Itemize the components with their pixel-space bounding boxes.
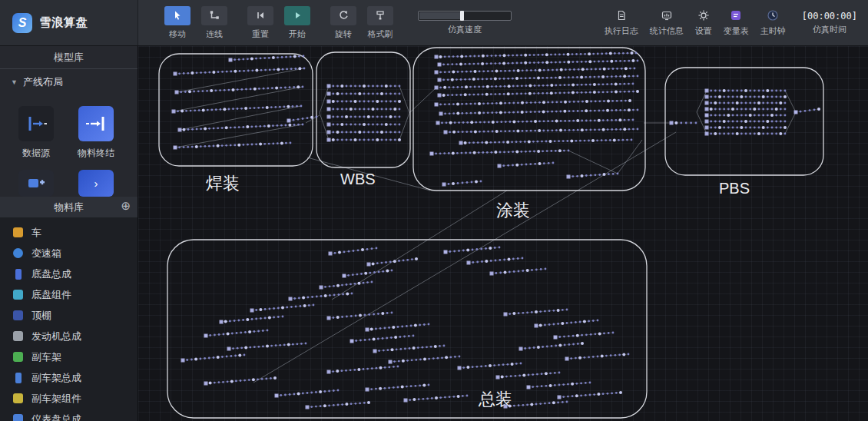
flow-link [399, 113, 409, 140]
section-tuzhuang: 涂装 [413, 48, 645, 220]
sim-speed-fill [419, 12, 461, 19]
variable-table-icon [730, 8, 742, 22]
material-icon [13, 248, 23, 258]
section-pbs: PBS [665, 68, 823, 197]
rotate-icon [330, 6, 356, 25]
settings-button[interactable]: 设置 [695, 8, 712, 37]
list-item[interactable]: 车 [0, 222, 137, 243]
sidebar: 模型库 ▼ 产线布局 数据源 物料终结 › 物料库 ⊕ [0, 46, 138, 421]
section-wbs: WBS [287, 52, 411, 187]
list-item[interactable]: 发动机总成 [0, 326, 137, 346]
app-title: 雪浪算盘 [39, 15, 88, 30]
move-tool-button[interactable]: 移动 [164, 6, 190, 40]
list-item[interactable]: 变速箱 [0, 243, 137, 264]
gear-icon [697, 8, 710, 22]
flow-link [180, 106, 301, 130]
simulation-canvas[interactable]: 焊装WBS涂装PBS总装 [138, 46, 868, 421]
material-icon [15, 269, 22, 280]
list-item[interactable]: 副车架组件 [0, 388, 137, 409]
clock-icon [767, 8, 779, 22]
section-outline [167, 240, 647, 418]
flow-link [174, 87, 303, 111]
material-library-header: 物料库 ⊕ [0, 197, 137, 217]
material-icon [13, 352, 23, 362]
group-production-line-layout[interactable]: ▼ 产线布局 [0, 69, 137, 91]
reset-button[interactable]: 重置 [247, 6, 273, 40]
format-brush-button[interactable]: 格式刷 [367, 6, 393, 40]
model-tile-material-end[interactable]: 物料终结 [72, 106, 120, 160]
stats-button[interactable]: 统计信息 [650, 8, 684, 37]
chevron-down-icon: ▼ [11, 78, 18, 86]
list-item[interactable]: 副车架 [0, 346, 137, 367]
material-icon [15, 373, 22, 383]
flow-link [399, 86, 409, 113]
flow-link [785, 91, 796, 112]
model-tiles: 数据源 物料终结 [0, 91, 137, 160]
flow-link [568, 151, 618, 174]
list-item[interactable]: 底盘总成 [0, 264, 137, 284]
main-clock-button[interactable]: 主时钟 [760, 8, 786, 37]
chevron-right-icon: › [78, 170, 114, 197]
flow-link [253, 132, 676, 383]
add-material-button[interactable]: ⊕ [121, 200, 131, 211]
model-library-header: 模型库 [0, 46, 137, 69]
brush-icon [367, 6, 393, 25]
flow-diagram[interactable]: 焊装WBS涂装PBS总装 [138, 46, 868, 421]
model-tile-partial-2[interactable]: › [72, 170, 120, 197]
connect-line-icon [201, 6, 227, 25]
sim-speed-handle[interactable] [460, 11, 464, 21]
list-item[interactable]: 副车架总成 [0, 367, 137, 388]
model-tile-datasource[interactable]: 数据源 [12, 106, 60, 160]
material-end-icon [78, 106, 114, 141]
sim-time-display: [00:00:00] 仿真时间 [802, 11, 857, 35]
stats-icon [661, 8, 673, 22]
list-item[interactable]: 仪表盘总成 [0, 409, 137, 421]
cursor-icon [164, 6, 190, 25]
material-list: 车 变速箱 底盘总成 底盘组件 顶棚 发动机总成 副车架 副车架总成 副车架组件… [0, 217, 137, 421]
material-icon [13, 290, 23, 300]
section-label: 涂装 [496, 201, 530, 220]
app-logo: S 雪浪算盘 [0, 0, 138, 45]
material-icon [13, 331, 23, 341]
app-logo-icon: S [12, 13, 32, 33]
section-zongzhuang: 总装 [167, 240, 647, 418]
rotate-button[interactable]: 旋转 [330, 6, 356, 40]
list-item[interactable]: 底盘组件 [0, 284, 137, 305]
flow-link [618, 140, 642, 174]
top-toolbar: S 雪浪算盘 移动 连线 重置 [0, 0, 868, 46]
material-icon [13, 393, 23, 403]
material-icon [13, 414, 23, 421]
model-tile-partial-1[interactable] [12, 170, 60, 197]
section-label: 焊装 [206, 174, 240, 193]
material-icon [13, 227, 23, 237]
section-label: WBS [340, 171, 376, 187]
model-tiles-partial: › [0, 170, 137, 197]
sim-speed-control: 仿真速度 [418, 11, 512, 35]
flow-link [785, 112, 796, 134]
material-icon [13, 310, 23, 320]
datasource-icon [18, 106, 54, 141]
sim-speed-slider[interactable] [418, 11, 512, 21]
skip-back-icon [247, 6, 273, 25]
sim-time-value: [00:00:00] [802, 11, 857, 22]
section-label: PBS [719, 180, 750, 197]
toolbar-right: 执行日志 统计信息 设置 变量表 主时钟 [00:00: [605, 0, 868, 45]
document-icon [615, 8, 628, 22]
start-button[interactable]: 开始 [284, 6, 310, 40]
toolbar-left: 移动 连线 重置 开始 [138, 0, 512, 45]
play-icon [284, 6, 310, 25]
machine-icon [18, 170, 54, 197]
section-hanzhuang: 焊装 [159, 54, 313, 193]
connect-tool-button[interactable]: 连线 [201, 6, 227, 40]
exec-log-button[interactable]: 执行日志 [605, 8, 638, 37]
variable-table-button[interactable]: 变量表 [724, 8, 749, 37]
list-item[interactable]: 顶棚 [0, 305, 137, 326]
